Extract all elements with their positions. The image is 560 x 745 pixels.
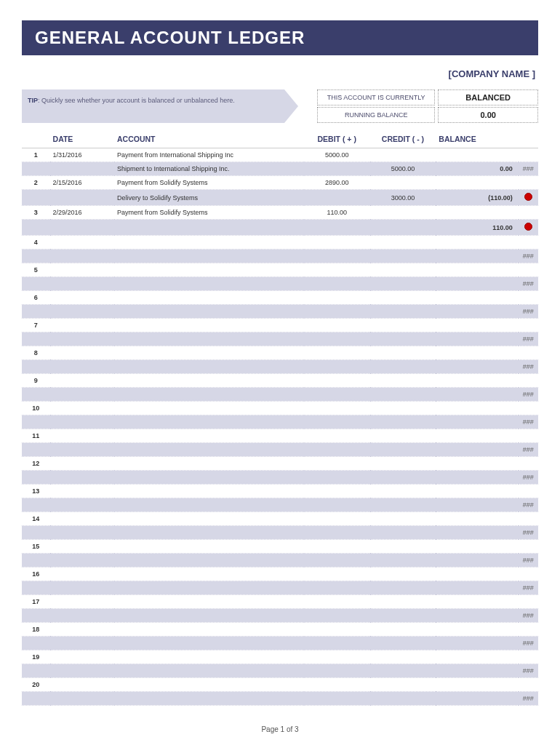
cell-date xyxy=(50,263,114,277)
cell-debit: 110.00 xyxy=(304,206,370,220)
cell-date xyxy=(50,498,114,512)
cell-balance xyxy=(436,485,518,498)
cell-date xyxy=(50,250,114,263)
overflow-hash: ### xyxy=(523,391,534,398)
cell-debit: 2890.00 xyxy=(304,176,370,190)
overflow-hash: ### xyxy=(523,695,534,702)
table-row: Shipment to International Shipping Inc.5… xyxy=(22,162,538,176)
table-row: 11 xyxy=(22,429,538,443)
row-number xyxy=(22,609,50,623)
cell-indicator: ### xyxy=(519,360,538,374)
cell-balance xyxy=(436,206,518,220)
cell-account xyxy=(114,512,304,526)
cell-debit xyxy=(304,220,370,236)
cell-account xyxy=(114,360,304,374)
cell-debit: 5000.00 xyxy=(304,148,370,162)
overflow-hash: ### xyxy=(523,612,534,619)
table-row: ### xyxy=(22,581,538,595)
cell-debit xyxy=(304,554,370,567)
table-row: 5 xyxy=(22,263,538,277)
cell-indicator: ### xyxy=(519,305,538,319)
table-row: 17 xyxy=(22,595,538,609)
cell-account xyxy=(114,692,304,706)
overflow-hash: ### xyxy=(523,529,534,536)
cell-indicator: ### xyxy=(519,415,538,429)
table-row: ### xyxy=(22,609,538,623)
table-row: ### xyxy=(22,332,538,346)
col-header-date: DATE xyxy=(50,130,114,148)
cell-credit xyxy=(370,498,436,512)
cell-date xyxy=(50,457,114,471)
cell-account xyxy=(114,402,304,415)
cell-indicator xyxy=(519,148,538,162)
cell-balance xyxy=(436,512,518,526)
cell-indicator xyxy=(519,190,538,206)
cell-account xyxy=(114,415,304,429)
cell-debit xyxy=(304,250,370,263)
cell-indicator xyxy=(519,623,538,637)
cell-credit xyxy=(370,650,436,664)
row-number xyxy=(22,664,50,678)
cell-date xyxy=(50,346,114,360)
cell-account xyxy=(114,554,304,567)
table-row: 22/15/2016Payment from Solidify Systems2… xyxy=(22,176,538,190)
cell-indicator: ### xyxy=(519,637,538,650)
cell-balance xyxy=(436,374,518,388)
cell-date xyxy=(50,623,114,637)
row-number xyxy=(22,305,50,319)
cell-balance xyxy=(436,263,518,277)
cell-balance xyxy=(436,595,518,609)
row-number xyxy=(22,277,50,291)
cell-balance xyxy=(436,360,518,374)
cell-indicator xyxy=(519,206,538,220)
cell-debit xyxy=(304,190,370,206)
row-number: 6 xyxy=(22,291,50,305)
cell-balance xyxy=(436,236,518,250)
table-row: ### xyxy=(22,637,538,650)
cell-balance xyxy=(436,540,518,554)
cell-account xyxy=(114,526,304,540)
cell-indicator xyxy=(519,374,538,388)
cell-account: Delivery to Solidify Systems xyxy=(114,190,304,206)
cell-credit xyxy=(370,471,436,485)
status-label-state: THIS ACCOUNT IS CURRENTLY xyxy=(317,89,435,105)
cell-indicator xyxy=(519,176,538,190)
row-number: 15 xyxy=(22,540,50,554)
unbalanced-dot-icon xyxy=(524,193,532,201)
cell-indicator: ### xyxy=(519,388,538,402)
overflow-hash: ### xyxy=(523,280,534,287)
cell-credit xyxy=(370,220,436,236)
row-number xyxy=(22,554,50,567)
cell-indicator: ### xyxy=(519,526,538,540)
cell-indicator: ### xyxy=(519,664,538,678)
cell-debit xyxy=(304,581,370,595)
table-row: ### xyxy=(22,443,538,457)
cell-balance xyxy=(436,678,518,692)
cell-debit xyxy=(304,471,370,485)
cell-indicator xyxy=(519,346,538,360)
cell-indicator xyxy=(519,650,538,664)
cell-account xyxy=(114,623,304,637)
cell-debit xyxy=(304,332,370,346)
status-value-state: BALANCED xyxy=(438,89,538,105)
row-number xyxy=(22,190,50,206)
cell-debit xyxy=(304,415,370,429)
cell-debit xyxy=(304,650,370,664)
table-row: 16 xyxy=(22,567,538,581)
col-header-debit: DEBIT ( + ) xyxy=(304,130,370,148)
cell-credit xyxy=(370,637,436,650)
cell-credit xyxy=(370,609,436,623)
row-number: 12 xyxy=(22,457,50,471)
page-title: GENERAL ACCOUNT LEDGER xyxy=(22,20,538,55)
cell-account: Shipment to International Shipping Inc. xyxy=(114,162,304,176)
cell-date xyxy=(50,402,114,415)
cell-debit xyxy=(304,443,370,457)
cell-credit xyxy=(370,360,436,374)
cell-indicator xyxy=(519,263,538,277)
cell-credit xyxy=(370,402,436,415)
table-row: ### xyxy=(22,360,538,374)
cell-account xyxy=(114,277,304,291)
cell-credit xyxy=(370,623,436,637)
cell-balance xyxy=(436,332,518,346)
row-number xyxy=(22,498,50,512)
